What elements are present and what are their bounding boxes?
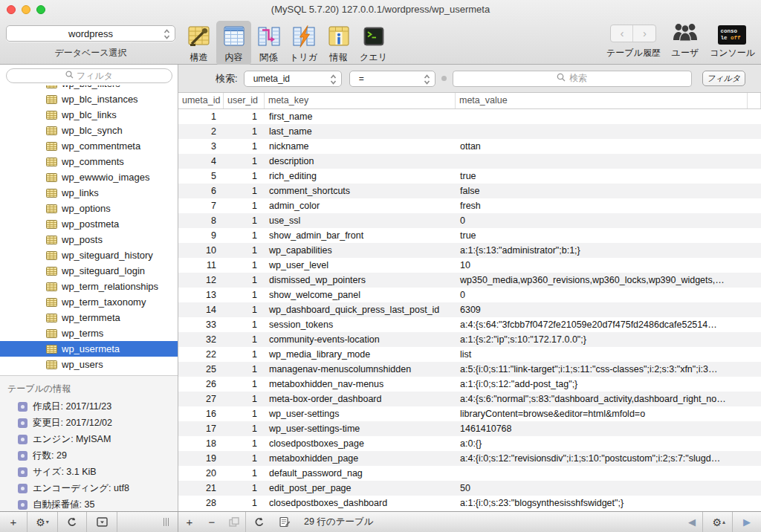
table-row[interactable]: 31nicknameottan [178, 139, 761, 154]
cell-meta_key[interactable]: last_name [265, 124, 456, 139]
sidebar-table-item-wp_blc_instances[interactable]: wp_blc_instances [0, 91, 178, 107]
cell-meta_value[interactable]: a:1:{s:13:"administrator";b:1;} [456, 243, 748, 258]
table-row[interactable]: 281closedpostboxes_dashboarda:1:{i:0;s:2… [178, 496, 761, 510]
sidebar-table-item-wp_terms[interactable]: wp_terms [0, 325, 178, 341]
cell-umeta_id[interactable]: 9 [178, 228, 224, 243]
table-row[interactable]: 321community-events-locationa:1:{s:2:"ip… [178, 332, 761, 347]
cell-meta_key[interactable]: closedpostboxes_page [265, 436, 456, 451]
cell-meta_value[interactable]: a:4:{i:0;s:12:"revisionsdiv";i:1;s:10:"p… [456, 451, 748, 466]
users-item[interactable]: ユーザ [671, 22, 699, 59]
table-row[interactable]: 101wp_capabilitiesa:1:{s:13:"administrat… [178, 243, 761, 258]
filter-column-select[interactable]: umeta_id [244, 71, 342, 87]
row-search-input[interactable]: 検索 [453, 71, 692, 87]
cell-meta_value[interactable]: true [456, 228, 748, 243]
table-row[interactable]: 271meta-box-order_dashboarda:4:{s:6:"nor… [178, 392, 761, 406]
previous-page-button[interactable]: ◀ [688, 516, 696, 528]
pagination-gear-icon[interactable]: ⚙▴ [712, 512, 725, 532]
table-row[interactable]: 251managenav-menuscolumnshiddena:5:{i:0;… [178, 362, 761, 377]
sidebar-table-item-wp_blc_links[interactable]: wp_blc_links [0, 107, 178, 123]
cell-umeta_id[interactable]: 14 [178, 302, 224, 317]
cell-user_id[interactable]: 1 [224, 228, 265, 243]
cell-meta_key[interactable]: edit_post_per_page [265, 481, 456, 496]
cell-meta_value[interactable]: a:1:{i:0;s:12:"add-post_tag";} [456, 377, 748, 392]
table-row[interactable]: 141wp_dashboard_quick_press_last_post_id… [178, 302, 761, 317]
cell-umeta_id[interactable]: 21 [178, 481, 224, 496]
cell-meta_key[interactable]: admin_color [265, 198, 456, 213]
cell-user_id[interactable]: 1 [224, 317, 265, 332]
cell-meta_key[interactable]: show_admin_bar_front [265, 228, 456, 243]
cell-meta_key[interactable]: show_welcome_panel [265, 288, 456, 302]
sidebar-table-item-wp_links[interactable]: wp_links [0, 185, 178, 201]
table-row[interactable]: 41description [178, 154, 761, 169]
cell-user_id[interactable]: 1 [224, 109, 265, 124]
table-row[interactable]: 331session_tokensa:4:{s:64:"3fcbb7f0472f… [178, 317, 761, 332]
cell-meta_key[interactable]: nickname [265, 139, 456, 154]
table-row[interactable]: 71admin_colorfresh [178, 198, 761, 213]
table-row[interactable]: 111wp_user_level10 [178, 258, 761, 273]
cell-meta_key[interactable]: first_name [265, 109, 456, 124]
table-row[interactable]: 61comment_shortcutsfalse [178, 184, 761, 198]
cell-umeta_id[interactable]: 25 [178, 362, 224, 377]
table-row[interactable]: 201default_password_nag [178, 466, 761, 481]
column-header-umeta_id[interactable]: umeta_id [178, 93, 224, 108]
cell-user_id[interactable]: 1 [224, 302, 265, 317]
cell-umeta_id[interactable]: 20 [178, 466, 224, 481]
sidebar-table-item-wp_blc_synch[interactable]: wp_blc_synch [0, 123, 178, 138]
cell-umeta_id[interactable]: 2 [178, 124, 224, 139]
cell-meta_key[interactable]: wp_user_level [265, 258, 456, 273]
toggle-console-icon[interactable] [87, 512, 117, 532]
filter-operator-select[interactable]: = [349, 71, 435, 87]
cell-meta_key[interactable]: wp_capabilities [265, 243, 456, 258]
cell-meta_key[interactable]: managenav-menuscolumnshidden [265, 362, 456, 377]
cell-user_id[interactable]: 1 [224, 273, 265, 288]
cell-meta_value[interactable]: a:1:{i:0;s:23:"blogsynthesisshfswidget";… [456, 496, 748, 510]
column-header-meta_key[interactable]: meta_key [265, 93, 456, 108]
sidebar-table-item-wp_siteguard_login[interactable]: wp_siteguard_login [0, 263, 178, 279]
cell-meta_key[interactable]: use_ssl [265, 213, 456, 228]
cell-meta_value[interactable]: wp350_media,wp360_revisions,wp360_locks,… [456, 273, 748, 288]
cell-meta_value[interactable] [456, 154, 748, 169]
cell-umeta_id[interactable]: 12 [178, 273, 224, 288]
cell-meta_value[interactable] [456, 124, 748, 139]
cell-meta_key[interactable]: wp_media_library_mode [265, 347, 456, 362]
cell-umeta_id[interactable]: 28 [178, 496, 224, 510]
cell-meta_key[interactable]: wp_user-settings-time [265, 421, 456, 436]
cell-user_id[interactable]: 1 [224, 451, 265, 466]
sidebar-table-item-wp_term_taxonomy[interactable]: wp_term_taxonomy [0, 294, 178, 310]
reload-rows-icon[interactable] [246, 512, 273, 532]
toolbar-button-tableinfo[interactable]: 情報 [321, 21, 356, 65]
cell-user_id[interactable]: 1 [224, 466, 265, 481]
cell-meta_key[interactable]: description [265, 154, 456, 169]
history-forward-button[interactable]: › [633, 25, 655, 42]
sidebar-resize-handle[interactable] [163, 518, 169, 526]
cell-umeta_id[interactable]: 26 [178, 377, 224, 392]
table-row[interactable]: 11first_name [178, 109, 761, 124]
cell-meta_key[interactable]: metaboxhidden_page [265, 451, 456, 466]
cell-meta_value[interactable] [456, 466, 748, 481]
cell-user_id[interactable]: 1 [224, 139, 265, 154]
cell-meta_value[interactable]: a:4:{s:64:"3fcbb7f0472fe21059e20d7f475fd… [456, 317, 748, 332]
cell-user_id[interactable]: 1 [224, 243, 265, 258]
table-row[interactable]: 51rich_editingtrue [178, 169, 761, 184]
duplicate-row-icon[interactable] [223, 512, 245, 532]
cell-umeta_id[interactable]: 16 [178, 406, 224, 421]
cell-user_id[interactable]: 1 [224, 124, 265, 139]
cell-user_id[interactable]: 1 [224, 213, 265, 228]
table-row[interactable]: 181closedpostboxes_pagea:0:{} [178, 436, 761, 451]
cell-user_id[interactable]: 1 [224, 496, 265, 510]
next-page-button[interactable]: ▶ [743, 516, 751, 528]
cell-meta_key[interactable]: comment_shortcuts [265, 184, 456, 198]
add-row-button[interactable]: + [178, 512, 201, 532]
table-row[interactable]: 221wp_media_library_modelist [178, 347, 761, 362]
remove-row-button[interactable]: − [201, 512, 223, 532]
cell-user_id[interactable]: 1 [224, 406, 265, 421]
cell-meta_key[interactable]: dismissed_wp_pointers [265, 273, 456, 288]
cell-meta_key[interactable]: community-events-location [265, 332, 456, 347]
apply-filter-button[interactable]: フィルタ [702, 71, 745, 86]
cell-user_id[interactable]: 1 [224, 184, 265, 198]
cell-umeta_id[interactable]: 7 [178, 198, 224, 213]
cell-umeta_id[interactable]: 5 [178, 169, 224, 184]
cell-user_id[interactable]: 1 [224, 198, 265, 213]
cell-user_id[interactable]: 1 [224, 332, 265, 347]
sidebar-table-item-wp_ewwwio_images[interactable]: wp_ewwwio_images [0, 169, 178, 185]
